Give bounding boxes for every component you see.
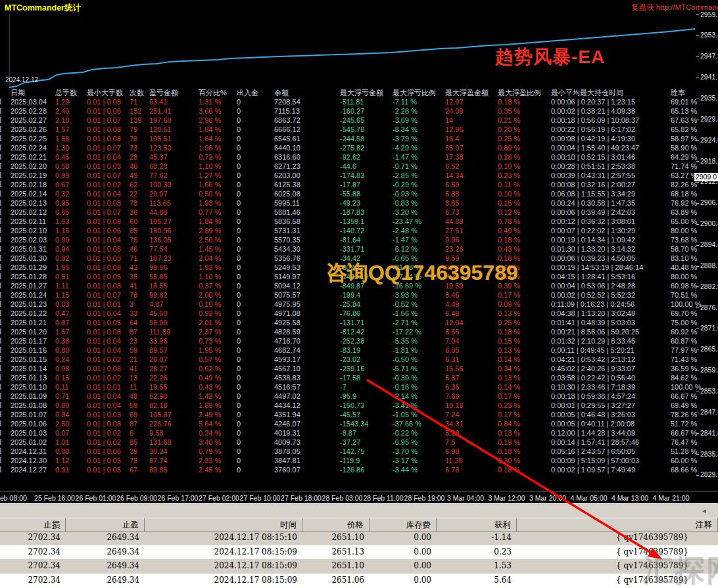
- stats-cell: 77.54: [149, 244, 199, 254]
- stats-cell: 0: [237, 318, 274, 327]
- table-row[interactable]: 2025.01.080.800.01 | 0.045982.181.89 %04…: [0, 401, 718, 410]
- table-row[interactable]: 2025.01.310.940.01 | 0.084677.541.45 %05…: [0, 244, 718, 254]
- stats-cell: 1.31 %: [199, 97, 237, 106]
- orders-column-header[interactable]: 止盈: [66, 518, 145, 532]
- stats-cell: 0: [237, 143, 274, 152]
- stats-cell: 6.36: [445, 382, 498, 392]
- stats-cell: 0: [237, 465, 274, 474]
- table-row[interactable]: 2025.01.201.670.01 | 0.0887111.892.37 %0…: [0, 327, 718, 336]
- table-row[interactable]: 2025.02.200.580.01 | 0.034668.231.10 %06…: [0, 162, 718, 171]
- orders-column-header[interactable]: 止损: [0, 518, 66, 532]
- order-row[interactable]: 2702.342649.342024.12.17 08:15:092651.10…: [0, 559, 718, 574]
- stats-cell: 5836.58: [274, 217, 340, 226]
- table-row[interactable]: 2025.01.030.070.01 | 0.0269.580.24 %0401…: [0, 428, 718, 438]
- time-axis-label: 28 Feb 03:00: [322, 494, 363, 502]
- table-row[interactable]: 2025.02.261.570.01 | 0.0879120.511.84 %0…: [0, 125, 718, 134]
- order-cell: 0.00: [370, 574, 437, 588]
- stats-cell: 1.12: [55, 456, 87, 465]
- table-row[interactable]: 2024.12.270.910.01 | 0.056789.852.45 %03…: [0, 465, 718, 474]
- table-row[interactable]: 2025.02.111.530.01 | 0.0860105.271.84 %0…: [0, 217, 718, 226]
- qq-contact-overlay: 咨询QQ1746395789: [326, 259, 518, 288]
- stats-cell: 3760.07: [274, 465, 340, 474]
- table-row[interactable]: 2025.01.140.980.01 | 0.084128.270.62 %04…: [0, 364, 718, 373]
- stats-cell: 9.58: [149, 428, 199, 438]
- horizontal-scrollbar[interactable]: ◂: [0, 503, 718, 518]
- table-row[interactable]: 2025.01.220.470.01 | 0.043345.500.92 %04…: [0, 309, 718, 318]
- stats-cell: -0.93 %: [393, 189, 445, 198]
- table-row[interactable]: 2025.01.241.150.01 | 0.077899.622.00 %05…: [0, 290, 718, 300]
- table-row[interactable]: 2025.01.070.840.01 | 0.0369105.872.49 %0…: [0, 410, 718, 419]
- order-cell: 2702.34: [0, 574, 66, 588]
- stats-cell: 5995.11: [274, 198, 340, 208]
- table-row[interactable]: 2025.01.021.010.01 | 0.0285131.683.40 %0…: [0, 438, 718, 447]
- window-title: MTCommander统计: [5, 3, 81, 14]
- stats-cell: 23: [130, 336, 149, 346]
- table-row[interactable]: 2025.02.282.400.01 | 0.06152251.413.66 %…: [0, 106, 718, 116]
- order-cell: 2651.13: [302, 545, 370, 560]
- table-row[interactable]: 2025.01.090.710.01 | 0.044862.901.42 %04…: [0, 392, 718, 401]
- stats-cell: 36: [130, 208, 149, 217]
- stats-cell: 4538.83: [274, 373, 340, 382]
- order-cell: 2649.34: [66, 545, 145, 560]
- order-row[interactable]: 2702.342649.342024.12.17 08:15:092651.06…: [0, 574, 718, 588]
- table-row[interactable]: 2025.02.120.650.01 | 0.073644.880.77 %05…: [0, 208, 718, 217]
- stats-table-header[interactable]: 日期总手数最小大手数次数盈亏金额百分比%出入金余额最大浮亏金额最大浮亏比例最大浮…: [0, 88, 718, 97]
- table-row[interactable]: 2025.01.150.240.01 | 0.022126.070.57 %04…: [0, 355, 718, 364]
- stats-cell: 0:04:21 | 0:53:42 | 2:13:12: [551, 355, 671, 364]
- stats-cell: 100.00 %: [671, 300, 700, 309]
- stats-cell: 0.10 %: [498, 189, 551, 198]
- stats-cell: 0:00:21 | 8:58:06 | 59:20:25: [551, 327, 671, 336]
- stats-cell: 4246.07: [274, 419, 340, 428]
- table-row[interactable]: 2024.12.310.800.01 | 0.063930.240.79 %03…: [0, 447, 718, 456]
- table-row[interactable]: 2025.02.190.990.01 | 0.074977.621.27 %06…: [0, 171, 718, 180]
- table-row[interactable]: 2025.01.062.500.01 | 0.0887226.765.64 %0…: [0, 419, 718, 428]
- table-row[interactable]: 2025.02.030.990.01 | 0.0476136.052.50 %0…: [0, 235, 718, 244]
- stats-cell: 0: [237, 281, 274, 290]
- stats-cell: 0:00:22 | 0:56:19 | 6:17:02: [551, 125, 671, 134]
- table-row[interactable]: 2025.01.170.380.01 | 0.042333.960.73 %04…: [0, 336, 718, 346]
- orders-column-header[interactable]: 注释: [517, 518, 718, 532]
- stats-cell: 6316.60: [274, 152, 340, 162]
- table-row[interactable]: 2025.03.041.290.01 | 0.087193.411.31 %07…: [0, 97, 718, 106]
- table-row[interactable]: 2025.01.100.110.01 | 0.011119.550.43 %04…: [0, 382, 718, 392]
- table-row[interactable]: 2024.12.301.120.01 | 0.057587.742.33 %03…: [0, 456, 718, 465]
- orders-column-header[interactable]: 时间: [145, 518, 302, 532]
- table-row[interactable]: 2025.02.210.450.01 | 0.042845.370.72 %06…: [0, 152, 718, 162]
- stats-cell: 68.23: [149, 162, 199, 171]
- stats-cell: 5434.30: [274, 244, 340, 254]
- stats-cell: 0:00:05 | 0:46:48 | 3:26:03: [551, 410, 671, 419]
- table-row[interactable]: 2025.02.251.580.01 | 0.0878105.511.64 %0…: [0, 134, 718, 143]
- table-row[interactable]: 2025.02.180.670.01 | 0.0262100.301.66 %0…: [0, 180, 718, 189]
- stats-cell: 0: [237, 254, 274, 263]
- orders-column-header[interactable]: 库存费: [370, 518, 437, 532]
- stats-cell: 2025.02.19: [11, 171, 55, 180]
- table-row[interactable]: 2025.02.130.950.01 | 0.0378113.651.93 %0…: [0, 198, 718, 208]
- stats-cell: 89.85: [149, 465, 199, 474]
- orders-column-header[interactable]: 价格: [302, 518, 370, 532]
- order-row[interactable]: 2702.342649.342024.12.17 08:15:102651.10…: [0, 531, 718, 545]
- table-row[interactable]: 2025.01.230.030.01 | 0.0134.870.10 %0497…: [0, 300, 718, 309]
- orders-table-header[interactable]: 止损止盈时间价格库存费获利注释: [0, 518, 718, 531]
- stats-cell: 7.24: [445, 410, 498, 419]
- scroll-left-icon[interactable]: ◂: [702, 507, 706, 515]
- orders-column-header[interactable]: 获利: [437, 518, 517, 532]
- table-row[interactable]: 2025.01.160.800.01 | 0.045989.571.95 %04…: [0, 346, 718, 355]
- stats-cell: 0: [237, 235, 274, 244]
- stats-cell: 1.27 %: [199, 171, 237, 180]
- stats-cell: 0:00:12 | 0:36:32 | 3:08:01: [551, 217, 671, 226]
- stats-cell: -812.42: [340, 327, 393, 336]
- table-row[interactable]: 2025.02.140.320.01 | 0.042229.970.50 %06…: [0, 189, 718, 198]
- order-cell: { qv1746395789}: [517, 531, 718, 545]
- stats-cell: 14: [445, 116, 498, 125]
- table-row[interactable]: 2025.01.210.870.01 | 0.056496.992.01 %04…: [0, 318, 718, 327]
- stats-cell: 5.64 %: [199, 419, 237, 428]
- table-row[interactable]: 2025.01.130.150.01 | 0.021322.260.49 %04…: [0, 373, 718, 382]
- table-row[interactable]: 2025.02.241.300.01 | 0.0773123.501.96 %0…: [0, 143, 718, 152]
- stats-cell: 0: [237, 162, 274, 171]
- stats-cell: 2025.02.03: [11, 235, 55, 244]
- stats-cell: -131.71: [340, 318, 393, 327]
- order-row[interactable]: 2702.342649.342024.12.17 08:15:092651.13…: [0, 545, 718, 560]
- table-row[interactable]: 2025.02.101.150.01 | 0.0685160.962.89 %0…: [0, 226, 718, 235]
- stats-cell: 78.26 %: [671, 410, 700, 419]
- table-row[interactable]: 2025.02.272.100.01 | 0.07139197.602.96 %…: [0, 116, 718, 125]
